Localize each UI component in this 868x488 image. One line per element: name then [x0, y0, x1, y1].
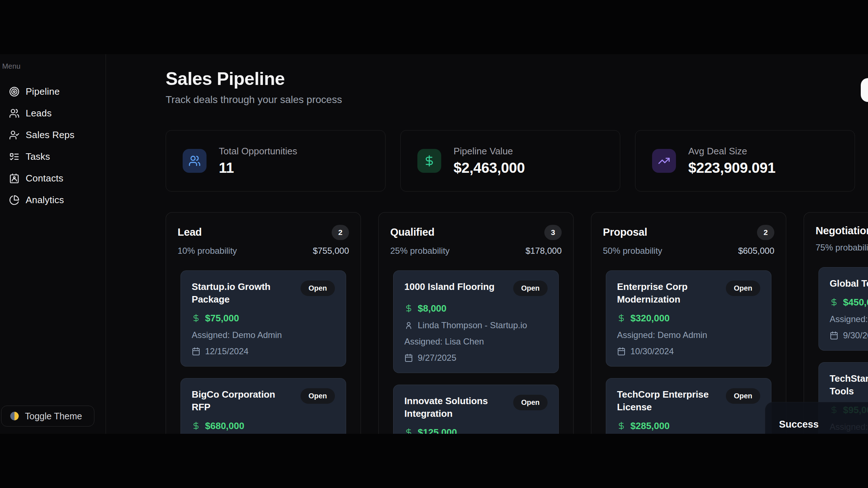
pipeline-column: Lead 2 10% probability $755,000 Startup.…	[166, 212, 361, 434]
calendar-icon	[192, 347, 200, 356]
contact-card-icon	[9, 173, 20, 184]
users-icon	[9, 108, 20, 119]
app-window: Menu Pipeline Leads Sales Reps Tasks Con…	[0, 54, 868, 434]
stat-label: Pipeline Value	[454, 146, 525, 157]
status-badge: Open	[301, 388, 335, 404]
opportunity-amount: $8,000	[418, 303, 447, 314]
opportunity-amount: $285,000	[630, 420, 669, 432]
sidebar-item-label: Pipeline	[26, 86, 60, 97]
opportunity-card[interactable]: BigCo Corporation RFP Open $680,000	[180, 378, 346, 434]
column-probability: 75% probability	[816, 243, 868, 253]
dollar-icon	[192, 314, 200, 322]
opportunity-title: TechStart Tools	[830, 372, 868, 398]
column-total: $605,000	[738, 246, 774, 256]
pie-chart-icon	[9, 195, 20, 205]
sidebar-item-tasks[interactable]: Tasks	[0, 146, 106, 167]
sidebar-item-analytics[interactable]: Analytics	[0, 189, 106, 211]
opportunity-card[interactable]: Innovate Solutions Integration Open $125…	[393, 385, 559, 434]
opportunity-card[interactable]: 1000 Island Flooring Open $8,000 Linda T	[393, 270, 559, 373]
pipeline-column: Qualified 3 25% probability $178,000 100…	[378, 212, 574, 434]
sidebar-item-label: Sales Reps	[26, 129, 75, 141]
pipeline-column: Proposal 2 50% probability $605,000 Ente…	[591, 212, 786, 434]
page-subtitle: Track deals through your sales process	[166, 94, 342, 106]
target-icon	[9, 86, 20, 97]
sidebar-item-pipeline[interactable]: Pipeline	[0, 81, 106, 102]
sidebar-item-sales-reps[interactable]: Sales Reps	[0, 124, 106, 146]
stat-value: 11	[219, 160, 297, 176]
opportunity-amount: $450,000	[843, 297, 868, 308]
sidebar-item-label: Leads	[26, 108, 52, 119]
opportunity-assigned: Assigned: Lisa Chen	[404, 337, 484, 347]
page-title: Sales Pipeline	[166, 69, 342, 90]
stat-card-pipeline-value: Pipeline Value $2,463,000	[400, 130, 620, 192]
opportunity-card[interactable]: Global Tech $450,000	[818, 267, 868, 351]
half-moon-icon	[9, 411, 20, 421]
opportunity-title: Innovate Solutions Integration	[404, 395, 506, 420]
stat-value: $223,909.091	[688, 160, 775, 176]
opportunity-date: 12/15/2024	[205, 346, 248, 356]
users-icon	[183, 149, 207, 173]
sidebar-item-contacts[interactable]: Contacts	[0, 167, 106, 189]
opportunity-assigned: Assigned: Demo Admin	[617, 330, 707, 340]
column-total: $178,000	[526, 246, 562, 256]
sidebar-item-label: Analytics	[26, 194, 64, 206]
stat-value: $2,463,000	[454, 160, 525, 176]
dollar-icon	[617, 421, 626, 430]
opportunity-assigned: Assigned: Demo Admin	[192, 330, 282, 340]
stat-label: Avg Deal Size	[688, 146, 775, 157]
column-probability: 50% probability	[603, 246, 662, 256]
opportunity-card[interactable]: TechCorp Enterprise License Open $285,00…	[606, 378, 771, 434]
opportunity-assigned: Assigned: Demo Admin	[830, 314, 868, 324]
user-check-icon	[9, 130, 20, 140]
opportunity-amount: $320,000	[630, 313, 669, 324]
column-title: Negotiation	[816, 225, 868, 237]
column-probability: 25% probability	[390, 246, 450, 256]
stat-card-total-opportunities: Total Opportunities 11	[166, 130, 386, 192]
toggle-theme-button[interactable]: Toggle Theme	[1, 406, 94, 427]
trending-up-icon	[652, 149, 676, 173]
status-badge: Open	[301, 281, 335, 296]
opportunity-card[interactable]: Enterprise Corp Modernization Open $320,…	[606, 270, 771, 367]
column-title: Lead	[178, 226, 202, 238]
calendar-icon	[830, 331, 838, 340]
opportunity-amount: $125,000	[418, 427, 457, 434]
status-badge: Open	[726, 281, 760, 296]
toggle-theme-label: Toggle Theme	[25, 411, 82, 421]
column-count-badge: 2	[332, 225, 349, 240]
opportunity-title: Global Tech	[830, 277, 868, 290]
status-badge: Open	[513, 281, 548, 296]
stat-label: Total Opportunities	[219, 146, 297, 157]
column-probability: 10% probability	[178, 246, 237, 256]
status-badge: Open	[513, 395, 548, 410]
dollar-icon	[404, 304, 413, 313]
pipeline-column: Negotiation 75% probability Global Tech	[804, 212, 868, 434]
toast-message: Success	[779, 419, 819, 430]
column-title: Proposal	[603, 226, 647, 238]
opportunity-date: 9/27/2025	[418, 353, 456, 363]
dollar-icon	[404, 428, 413, 434]
sidebar-item-label: Contacts	[26, 173, 63, 184]
opportunity-date: 9/30/2024	[843, 330, 868, 341]
status-badge: Open	[726, 388, 760, 404]
opportunity-date: 10/30/2024	[630, 346, 674, 356]
opportunity-card[interactable]: Startup.io Growth Package Open $75,000	[180, 270, 346, 367]
opportunity-title: TechCorp Enterprise License	[617, 388, 719, 414]
success-toast: Success	[765, 402, 868, 434]
dollar-icon	[417, 149, 441, 173]
column-cards: Startup.io Growth Package Open $75,000	[175, 270, 351, 434]
sidebar-item-label: Tasks	[26, 151, 50, 162]
person-icon	[404, 321, 413, 330]
sidebar-item-leads[interactable]: Leads	[0, 102, 106, 124]
stat-card-avg-deal-size: Avg Deal Size $223,909.091	[635, 130, 855, 192]
calendar-icon	[617, 347, 626, 356]
column-cards: 1000 Island Flooring Open $8,000 Linda T	[388, 270, 564, 434]
column-total: $755,000	[313, 246, 349, 256]
add-opportunity-button[interactable]: Add Opportunity	[861, 78, 868, 102]
opportunity-amount: $75,000	[205, 313, 239, 324]
sidebar-nav: Pipeline Leads Sales Reps Tasks Contacts…	[0, 81, 106, 211]
column-count-badge: 3	[544, 225, 562, 240]
dollar-icon	[192, 421, 200, 430]
opportunity-title: Startup.io Growth Package	[192, 281, 293, 306]
column-title: Qualified	[390, 226, 434, 238]
opportunity-contact: Linda Thompson - Startup.io	[418, 320, 527, 330]
